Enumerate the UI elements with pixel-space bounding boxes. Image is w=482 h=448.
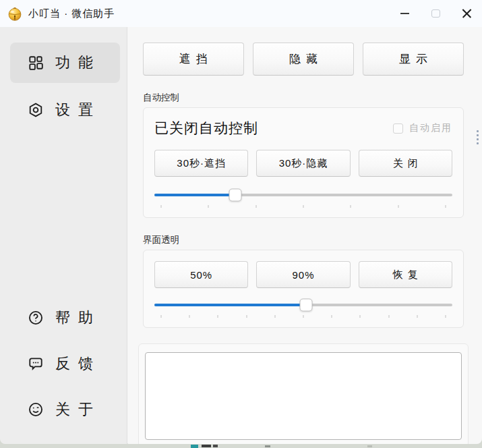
window-title: 小叮当 · 微信助手 <box>28 7 115 20</box>
maximize-button[interactable] <box>420 0 451 27</box>
speech-bubble-icon <box>28 356 44 372</box>
auto-control-status-text: 已关闭自动控制 <box>154 119 258 138</box>
slider-rail <box>161 296 446 314</box>
block-button[interactable]: 遮挡 <box>143 43 244 76</box>
close-button[interactable] <box>451 0 482 27</box>
hide-button[interactable]: 隐藏 <box>253 43 354 76</box>
slider-tick <box>303 315 304 318</box>
slider-tick <box>255 205 256 208</box>
slider-tick <box>388 315 389 318</box>
opacity-90-button[interactable]: 90% <box>256 261 350 288</box>
show-button[interactable]: 显示 <box>363 43 464 76</box>
auto-control-section-label: 自动控制 <box>143 92 464 104</box>
minimize-button[interactable] <box>389 0 420 27</box>
auto-control-group: 已关闭自动控制 自动启用 30秒·遮挡 30秒·隐藏 关闭 <box>143 107 464 218</box>
slider-fill <box>154 194 235 196</box>
block-30s-button[interactable]: 30秒·遮挡 <box>154 150 248 177</box>
hexagon-gear-icon <box>28 102 44 118</box>
opacity-50-button[interactable]: 50% <box>154 261 248 288</box>
transparency-section-label: 界面透明 <box>143 234 464 246</box>
sidebar-item-feedback[interactable]: 反馈 <box>10 343 120 384</box>
auto-off-button[interactable]: 关闭 <box>359 150 452 177</box>
slider-tick <box>274 315 275 318</box>
hide-30s-button[interactable]: 30秒·隐藏 <box>256 150 350 177</box>
close-icon <box>461 8 473 20</box>
slider-tick <box>189 315 190 318</box>
taskbar-peek-mark <box>213 445 218 447</box>
log-textarea[interactable] <box>145 352 462 440</box>
smiley-icon <box>28 401 44 418</box>
slider-thumb[interactable] <box>300 299 313 312</box>
sidebar-item-label: 反馈 <box>55 354 101 374</box>
sidebar-item-label: 关于 <box>55 399 101 420</box>
taskbar-peek-mark <box>265 445 270 447</box>
quick-actions-row: 遮挡 隐藏 显示 <box>143 43 464 76</box>
slider-tick <box>161 315 162 318</box>
sidebar-item-about[interactable]: 关于 <box>10 389 120 430</box>
sidebar-item-label: 帮助 <box>55 308 101 328</box>
log-panel <box>138 343 469 444</box>
checkbox-label: 自动启用 <box>409 122 452 134</box>
slider-tick <box>332 315 332 318</box>
slider-tick <box>417 315 417 318</box>
opacity-restore-button[interactable]: 恢复 <box>359 261 452 288</box>
transparency-group: 50% 90% 恢复 <box>143 250 464 328</box>
tick-row <box>161 205 446 208</box>
auto-control-status-row: 已关闭自动控制 自动启用 <box>154 119 452 138</box>
slider-thumb[interactable] <box>229 189 241 202</box>
slider-tick <box>351 205 351 208</box>
slider-tick <box>446 315 446 318</box>
bell-icon <box>7 5 23 22</box>
taskbar-peek-mark <box>367 445 372 447</box>
transparency-slider[interactable] <box>154 296 452 319</box>
slider-tick <box>218 315 218 318</box>
slider-fill <box>154 304 306 306</box>
taskbar-peek-mark <box>191 445 198 448</box>
slider-tick <box>360 315 361 318</box>
sidebar-item-settings[interactable]: 设置 <box>10 90 120 130</box>
slider-rail <box>161 186 446 204</box>
sidebar-item-features[interactable]: 功能 <box>10 43 120 83</box>
minimize-icon <box>400 13 409 14</box>
checkbox-icon[interactable] <box>393 123 403 134</box>
apps-grid-icon <box>28 55 44 71</box>
window-controls <box>389 0 482 27</box>
taskbar-peek-mark <box>202 445 211 447</box>
slider-tick <box>303 205 304 208</box>
question-circle-icon <box>28 310 44 326</box>
sidebar: 功能 设置 帮助 <box>0 27 127 444</box>
sidebar-footer: 帮助 反馈 关于 <box>0 298 127 430</box>
taskbar-peek <box>0 444 482 448</box>
slider-tick <box>208 205 209 208</box>
transparency-buttons-row: 50% 90% 恢复 <box>154 261 452 288</box>
sidebar-item-label: 功能 <box>55 53 101 73</box>
auto-enable-checkbox[interactable]: 自动启用 <box>393 122 452 134</box>
slider-tick <box>246 315 247 318</box>
auto-control-slider[interactable] <box>154 186 452 209</box>
scrollbar-dots <box>477 130 479 146</box>
slider-tick <box>446 205 446 208</box>
sidebar-item-help[interactable]: 帮助 <box>10 298 120 338</box>
sidebar-nav: 功能 设置 <box>0 43 127 130</box>
tick-row <box>161 315 446 318</box>
slider-tick <box>398 205 398 208</box>
slider-tick <box>161 205 162 208</box>
titlebar: 小叮当 · 微信助手 <box>0 0 482 27</box>
maximize-icon <box>431 9 440 18</box>
sidebar-item-label: 设置 <box>55 100 101 120</box>
app-window: 小叮当 · 微信助手 功能 <box>0 0 482 444</box>
main-content: 遮挡 隐藏 显示 自动控制 已关闭自动控制 自动启用 30秒·遮挡 30秒·隐藏… <box>128 27 482 444</box>
auto-control-buttons-row: 30秒·遮挡 30秒·隐藏 关闭 <box>154 150 452 177</box>
